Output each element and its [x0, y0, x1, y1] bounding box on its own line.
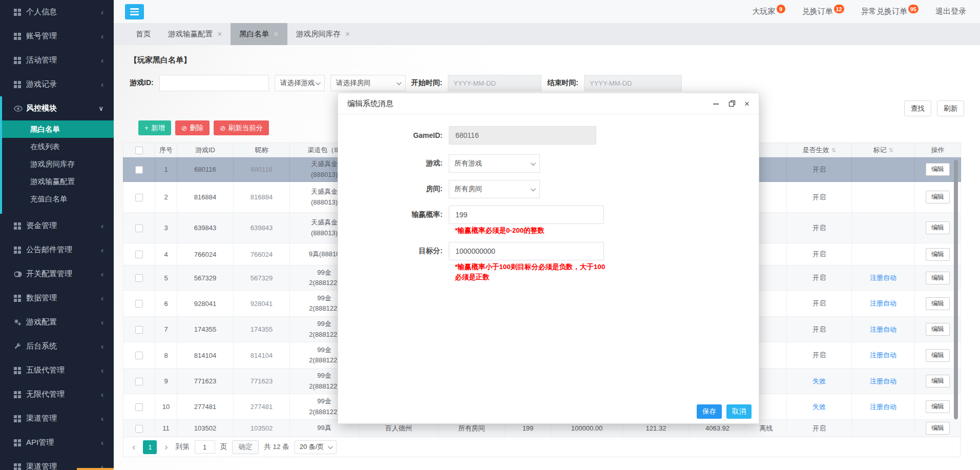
save-button[interactable]: 保存 — [697, 404, 722, 419]
sidebar-item-label: 开关配置管理 — [26, 269, 101, 279]
row-checkbox[interactable] — [135, 251, 143, 258]
edit-button[interactable]: 编辑 — [926, 375, 950, 387]
refresh-button[interactable]: 刷新 — [937, 100, 964, 116]
edit-button[interactable]: 编辑 — [926, 349, 950, 362]
modal-game-select[interactable]: 所有游戏 — [449, 154, 540, 173]
page-size-select[interactable]: 20 条/页 — [295, 440, 337, 454]
refresh-score-button[interactable]: ⊘刷新当前分 — [214, 120, 269, 135]
sidebar-item-渠道管理[interactable]: 渠道管理‹ — [0, 406, 114, 431]
sidebar-item-公告邮件管理[interactable]: 公告邮件管理‹ — [0, 238, 114, 262]
end-date-input[interactable] — [584, 75, 682, 91]
sidebar-subitem-游戏房间库存[interactable]: 游戏房间库存 — [2, 155, 114, 173]
row-checkbox[interactable] — [135, 352, 143, 359]
game-id-cell: 771623 — [177, 369, 234, 394]
sidebar-subitem-游戏输赢配置[interactable]: 游戏输赢配置 — [2, 173, 114, 190]
sidebar-subitem-在线列表[interactable]: 在线列表 — [2, 138, 114, 155]
row-checkbox[interactable] — [135, 326, 143, 334]
edit-button[interactable]: 编辑 — [926, 272, 950, 284]
tab-游戏房间库存[interactable]: 游戏房间库存× — [287, 23, 359, 45]
topbar-item-退出登录[interactable]: 退出登录 — [935, 7, 966, 16]
sidebar-item-五级代管理[interactable]: 五级代管理‹ — [0, 358, 114, 382]
close-icon[interactable]: × — [274, 30, 278, 38]
notification-badge: 12 — [834, 5, 844, 13]
topbar-item-大玩家[interactable]: 大玩家9 — [753, 7, 785, 16]
row-checkbox[interactable] — [135, 224, 143, 232]
sort-icon[interactable]: ⇅ — [831, 147, 836, 153]
game-id-input[interactable] — [159, 75, 269, 91]
column-header: 游戏ID — [177, 143, 234, 157]
mark-link[interactable]: 注册自动 — [870, 274, 896, 281]
nickname-cell: 277481 — [234, 394, 290, 420]
hamburger-button[interactable] — [125, 4, 144, 19]
sidebar-item-无限代管理[interactable]: 无限代管理‹ — [0, 382, 114, 406]
sort-icon[interactable]: ⇅ — [888, 147, 893, 153]
sidebar-item-账号管理[interactable]: 账号管理‹ — [0, 24, 114, 48]
page-number-input[interactable] — [195, 440, 215, 454]
topbar-item-兑换订单[interactable]: 兑换订单12 — [802, 7, 844, 16]
sidebar-subitem-充值白名单[interactable]: 充值白名单 — [2, 190, 114, 208]
tab-黑白名单[interactable]: 黑白名单× — [231, 23, 287, 45]
sidebar-item-游戏配置[interactable]: 游戏配置‹ — [0, 310, 114, 334]
sidebar-item-活动管理[interactable]: 活动管理‹ — [0, 48, 114, 72]
chevron-left-icon: ‹ — [101, 366, 103, 375]
column-header: 序号 — [155, 143, 177, 157]
search-button[interactable]: 查找 — [904, 100, 931, 116]
row-checkbox[interactable] — [135, 166, 143, 174]
chevron-left-icon: ‹ — [101, 414, 103, 423]
sidebar-item-后台系统[interactable]: 后台系统‹ — [0, 334, 114, 358]
topbar-item-异常兑换订单[interactable]: 异常兑换订单95 — [861, 7, 919, 16]
edit-button[interactable]: 编辑 — [926, 297, 950, 310]
prev-page-button[interactable]: ‹ — [130, 441, 138, 453]
current-page-button[interactable]: 1 — [143, 440, 157, 454]
select-all-checkbox[interactable] — [135, 147, 143, 154]
sidebar-item-开关配置管理[interactable]: 开关配置管理‹ — [0, 262, 114, 286]
close-icon[interactable]: × — [345, 30, 350, 38]
close-icon[interactable]: × — [217, 30, 222, 38]
sidebar-scrollbar[interactable] — [77, 468, 114, 470]
sidebar-subitem-黑白名单[interactable]: 黑白名单 — [2, 120, 114, 138]
mark-link[interactable]: 注册自动 — [870, 299, 896, 307]
mark-link[interactable]: 注册自动 — [870, 325, 896, 333]
sidebar-item-游戏记录[interactable]: 游戏记录‹ — [0, 72, 114, 96]
tab-首页[interactable]: 首页 — [127, 23, 159, 45]
mark-link[interactable]: 注册自动 — [870, 403, 896, 411]
edit-button[interactable]: 编辑 — [926, 400, 950, 413]
row-checkbox[interactable] — [135, 403, 143, 411]
mark-link[interactable]: 注册自动 — [870, 351, 896, 359]
rate-input[interactable] — [449, 206, 604, 224]
target-input[interactable] — [449, 242, 604, 260]
edit-button[interactable]: 编辑 — [926, 422, 950, 435]
row-checkbox[interactable] — [135, 425, 143, 433]
modal-title: 编辑系统消息 — [347, 99, 393, 109]
tab-游戏输赢配置[interactable]: 游戏输赢配置× — [159, 23, 231, 45]
row-checkbox[interactable] — [135, 378, 143, 385]
close-icon[interactable]: × — [744, 99, 749, 108]
edit-button[interactable]: 编辑 — [926, 248, 950, 261]
confirm-page-button[interactable]: 确定 — [232, 440, 259, 454]
row-checkbox[interactable] — [135, 300, 143, 308]
sidebar-item-API管理[interactable]: API管理‹ — [0, 431, 114, 455]
sidebar-item-数据管理[interactable]: 数据管理‹ — [0, 286, 114, 310]
maximize-icon[interactable] — [728, 100, 736, 107]
next-page-button[interactable]: › — [162, 441, 170, 453]
row-checkbox[interactable] — [135, 274, 143, 282]
cancel-button[interactable]: 取消 — [726, 404, 752, 419]
start-time-label: 开始时间: — [411, 78, 443, 88]
edit-button[interactable]: 编辑 — [926, 163, 950, 176]
edit-button[interactable]: 编辑 — [926, 191, 950, 203]
sidebar-item-个人信息[interactable]: 个人信息‹ — [0, 0, 114, 24]
edit-button[interactable]: 编辑 — [926, 323, 950, 336]
add-button[interactable]: +新增 — [138, 120, 171, 135]
minimize-icon[interactable] — [713, 100, 720, 107]
room-select[interactable]: 请选择房间 — [330, 75, 406, 91]
mark-link[interactable]: 注册自动 — [870, 377, 896, 385]
edit-button[interactable]: 编辑 — [926, 221, 950, 234]
start-date-input[interactable] — [448, 75, 541, 91]
game-select[interactable]: 请选择游戏 — [275, 75, 325, 91]
sidebar-item-资金管理[interactable]: 资金管理‹ — [0, 214, 114, 238]
sidebar-item-风控模块[interactable]: 风控模块∨ — [2, 96, 114, 120]
table-scrollbar[interactable] — [954, 160, 958, 419]
row-checkbox[interactable] — [135, 194, 143, 201]
modal-room-select[interactable]: 所有房间 — [449, 180, 540, 198]
delete-button[interactable]: ⊘删除 — [175, 120, 210, 135]
